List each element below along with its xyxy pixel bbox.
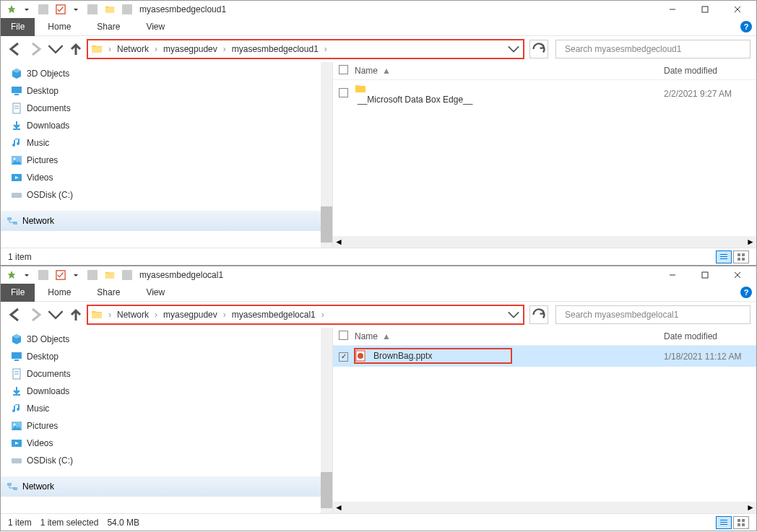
navigation-tree[interactable]: 3D ObjectsDesktopDocumentsDownloadsMusic… xyxy=(1,62,333,248)
nav-recent-dropdown[interactable] xyxy=(47,306,64,323)
refresh-button[interactable] xyxy=(529,305,548,324)
qat-dropdown-icon[interactable] xyxy=(21,4,31,14)
tree-scrollbar[interactable] xyxy=(321,62,332,248)
ribbon-tab-view[interactable]: View xyxy=(133,284,178,302)
tree-item[interactable]: Music xyxy=(7,400,326,417)
tree-item[interactable]: Pictures xyxy=(7,417,326,435)
nav-up-button[interactable] xyxy=(67,306,85,323)
column-header-date[interactable]: Date modified xyxy=(664,331,750,341)
tree-item[interactable]: Music xyxy=(7,134,326,152)
minimize-button[interactable] xyxy=(656,1,688,18)
search-input[interactable]: Search myasesmbedgelocal1 xyxy=(555,305,750,324)
tree-item-network[interactable]: Network xyxy=(1,211,332,231)
column-header-name[interactable]: Name▲ xyxy=(355,66,664,76)
qat-pin-icon[interactable] xyxy=(7,4,17,14)
address-dropdown-icon[interactable] xyxy=(507,308,520,321)
window-title: myasesmbedgelocal1 xyxy=(139,270,656,280)
qat-pin-icon[interactable] xyxy=(7,270,17,280)
navigation-tree[interactable]: 3D ObjectsDesktopDocumentsDownloadsMusic… xyxy=(1,328,333,513)
tree-item[interactable]: Documents xyxy=(7,365,326,383)
file-name: __Microsoft Data Box Edge__ xyxy=(358,95,472,105)
address-dropdown-icon[interactable] xyxy=(507,43,520,56)
status-item-count: 1 item xyxy=(8,518,32,528)
ribbon-tab-home[interactable]: Home xyxy=(35,18,84,36)
select-all-checkbox[interactable] xyxy=(339,65,348,74)
view-details-button[interactable] xyxy=(716,516,732,529)
tree-scrollbar[interactable] xyxy=(321,328,332,513)
tree-item[interactable]: Pictures xyxy=(7,152,326,169)
maximize-button[interactable] xyxy=(688,266,721,284)
qat-check-icon[interactable] xyxy=(56,4,66,14)
tree-item-label: OSDisk (C:) xyxy=(27,455,73,466)
tree-item[interactable]: OSDisk (C:) xyxy=(7,452,326,469)
nav-up-button[interactable] xyxy=(67,40,85,58)
svg-rect-2 xyxy=(702,6,708,12)
tree-item[interactable]: 3D Objects xyxy=(7,65,326,82)
tree-item-label: Desktop xyxy=(27,352,59,362)
ribbon-tab-home[interactable]: Home xyxy=(35,284,84,302)
tree-item-label: Downloads xyxy=(27,386,69,396)
refresh-button[interactable] xyxy=(529,40,548,58)
view-icons-button[interactable] xyxy=(733,516,749,529)
breadcrumb-segment[interactable]: myasesmbedgelocal1 xyxy=(232,310,316,320)
file-tab[interactable]: File xyxy=(1,284,35,302)
qat-dropdown-icon[interactable] xyxy=(21,270,31,280)
close-button[interactable] xyxy=(721,1,753,18)
qat-check-icon[interactable] xyxy=(56,270,66,280)
view-icons-button[interactable] xyxy=(733,250,749,263)
file-tab[interactable]: File xyxy=(1,18,35,36)
ribbon-tab-share[interactable]: Share xyxy=(84,284,133,302)
tree-item[interactable]: Desktop xyxy=(7,82,326,100)
tree-item-label: Music xyxy=(27,404,49,414)
column-header-name[interactable]: Name▲ xyxy=(355,331,664,341)
breadcrumb-segment[interactable]: Network xyxy=(117,44,149,54)
tree-item[interactable]: Videos xyxy=(7,169,326,186)
tree-item-network[interactable]: Network xyxy=(1,476,332,497)
qat-dropdown-icon[interactable] xyxy=(70,270,80,280)
row-checkbox[interactable] xyxy=(339,88,348,97)
svg-rect-45 xyxy=(720,520,727,520)
select-all-checkbox[interactable] xyxy=(339,331,348,340)
pptx-icon xyxy=(355,350,366,362)
minimize-button[interactable] xyxy=(656,266,688,284)
close-button[interactable] xyxy=(721,266,753,284)
tree-item-label: 3D Objects xyxy=(27,334,69,344)
network-icon xyxy=(7,481,18,492)
view-details-button[interactable] xyxy=(716,250,732,263)
ribbon-tab-view[interactable]: View xyxy=(133,18,178,36)
ribbon-tab-share[interactable]: Share xyxy=(84,18,133,36)
breadcrumb-segment[interactable]: myasesmbedgecloud1 xyxy=(232,44,319,54)
help-icon[interactable]: ? xyxy=(740,287,752,298)
address-bar[interactable]: › Network›myasegpudev›myasesmbedgelocal1… xyxy=(87,305,524,324)
tree-item-label: Network xyxy=(22,481,54,492)
search-input[interactable]: Search myasesmbedgecloud1 xyxy=(555,40,750,58)
tree-item[interactable]: OSDisk (C:) xyxy=(7,186,326,204)
tree-item[interactable]: Documents xyxy=(7,100,326,117)
nav-back-button[interactable] xyxy=(7,306,24,323)
maximize-button[interactable] xyxy=(688,1,721,18)
horizontal-scrollbar[interactable]: ◄► xyxy=(333,502,756,513)
list-row[interactable]: __Microsoft Data Box Edge__ 2/2/2021 9:2… xyxy=(333,80,756,108)
nav-back-button[interactable] xyxy=(7,40,24,58)
help-icon[interactable]: ? xyxy=(740,21,752,32)
nav-forward-button[interactable] xyxy=(27,306,44,323)
svg-rect-48 xyxy=(737,519,740,522)
breadcrumb-segment[interactable]: myasegpudev xyxy=(163,44,217,54)
tree-item[interactable]: Videos xyxy=(7,435,326,452)
nav-recent-dropdown[interactable] xyxy=(47,40,64,58)
svg-point-37 xyxy=(14,424,16,426)
tree-item[interactable]: 3D Objects xyxy=(7,331,326,348)
breadcrumb-segment[interactable]: Network xyxy=(117,310,149,320)
horizontal-scrollbar[interactable]: ◄► xyxy=(333,236,756,248)
list-row[interactable]: BrownBag.pptx 1/18/2021 11:12 AM xyxy=(333,346,756,367)
tree-item-label: Pictures xyxy=(27,421,58,431)
qat-dropdown-icon[interactable] xyxy=(70,4,80,14)
tree-item[interactable]: Desktop xyxy=(7,348,326,365)
row-checkbox[interactable] xyxy=(339,352,348,362)
tree-item[interactable]: Downloads xyxy=(7,117,326,134)
address-bar[interactable]: › Network›myasegpudev›myasesmbedgecloud1… xyxy=(87,40,524,58)
nav-forward-button[interactable] xyxy=(27,40,44,58)
column-header-date[interactable]: Date modified xyxy=(664,66,750,76)
tree-item[interactable]: Downloads xyxy=(7,383,326,400)
breadcrumb-segment[interactable]: myasegpudev xyxy=(163,310,217,320)
